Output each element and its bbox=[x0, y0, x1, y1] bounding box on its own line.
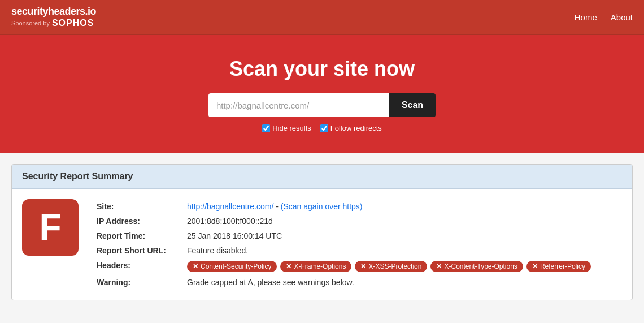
table-row: Report Short URL: Feature disabled. bbox=[92, 243, 622, 258]
headers-label: Headers: bbox=[92, 258, 182, 275]
table-row: Report Time: 25 Jan 2018 16:00:14 UTC bbox=[92, 229, 622, 243]
x-icon: ✕ bbox=[532, 262, 538, 270]
report-table: Site: http://bagnallcentre.com/ - (Scan … bbox=[92, 199, 622, 290]
report-time-value: 25 Jan 2018 16:00:14 UTC bbox=[182, 229, 622, 243]
brand-title: securityheaders.io bbox=[11, 6, 96, 18]
table-row: Warning: Grade capped at A, please see w… bbox=[92, 275, 622, 290]
hero-title: Scan your site now bbox=[11, 57, 633, 81]
brand: securityheaders.io Sponsored by SOPHOS bbox=[11, 6, 96, 28]
table-row: Headers: ✕Content-Security-Policy✕X-Fram… bbox=[92, 258, 622, 275]
nav-about[interactable]: About bbox=[611, 12, 633, 22]
table-row: Site: http://bagnallcentre.com/ - (Scan … bbox=[92, 199, 622, 214]
sponsor-name: SOPHOS bbox=[52, 18, 94, 28]
header-tag: ✕Content-Security-Policy bbox=[187, 261, 277, 272]
hide-results-text: Hide results bbox=[272, 124, 311, 132]
scan-options: Hide results Follow redirects bbox=[11, 124, 633, 132]
follow-redirects-checkbox[interactable] bbox=[320, 124, 328, 132]
site-url-link[interactable]: http://bagnallcentre.com/ bbox=[187, 202, 273, 211]
site-rescan-link[interactable]: (Scan again over https) bbox=[281, 202, 363, 211]
x-icon: ✕ bbox=[193, 262, 198, 270]
x-icon: ✕ bbox=[360, 262, 366, 270]
main-content: Security Report Summary F Site: http://b… bbox=[0, 153, 644, 321]
nav-links: Home About bbox=[575, 12, 633, 22]
ip-label: IP Address: bbox=[92, 214, 182, 229]
headers-value: ✕Content-Security-Policy✕X-Frame-Options… bbox=[182, 258, 622, 275]
header-tag: ✕X-Frame-Options bbox=[280, 261, 351, 272]
scan-button[interactable]: Scan bbox=[389, 93, 436, 117]
ip-value: 2001:8d8:100f:f000::21d bbox=[182, 214, 622, 229]
header-tag: ✕X-XSS-Protection bbox=[355, 261, 427, 272]
follow-redirects-text: Follow redirects bbox=[330, 124, 382, 132]
navbar: securityheaders.io Sponsored by SOPHOS H… bbox=[0, 0, 644, 35]
hero-section: Scan your site now Scan Hide results Fol… bbox=[0, 35, 644, 153]
x-icon: ✕ bbox=[436, 262, 442, 270]
hide-results-checkbox[interactable] bbox=[262, 124, 270, 132]
x-icon: ✕ bbox=[286, 262, 291, 270]
nav-home[interactable]: Home bbox=[575, 12, 597, 22]
grade-badge: F bbox=[22, 199, 79, 256]
header-tag: ✕X-Content-Type-Options bbox=[430, 261, 523, 272]
site-value: http://bagnallcentre.com/ - (Scan again … bbox=[182, 199, 622, 214]
sponsor-prefix: Sponsored by bbox=[11, 20, 50, 27]
scan-form: Scan bbox=[11, 93, 633, 117]
short-url-value: Feature disabled. bbox=[182, 243, 622, 258]
short-url-label: Report Short URL: bbox=[92, 243, 182, 258]
warning-label: Warning: bbox=[92, 275, 182, 290]
report-card: Security Report Summary F Site: http://b… bbox=[11, 164, 633, 300]
warning-value: Grade capped at A, please see warnings b… bbox=[182, 275, 622, 290]
report-card-header: Security Report Summary bbox=[12, 165, 632, 189]
report-details: Site: http://bagnallcentre.com/ - (Scan … bbox=[92, 199, 622, 290]
header-tag: ✕Referrer-Policy bbox=[526, 261, 591, 272]
report-time-label: Report Time: bbox=[92, 229, 182, 243]
site-label: Site: bbox=[92, 199, 182, 214]
headers-tags: ✕Content-Security-Policy✕X-Frame-Options… bbox=[187, 261, 617, 272]
follow-redirects-label[interactable]: Follow redirects bbox=[320, 124, 382, 132]
brand-sponsor: Sponsored by SOPHOS bbox=[11, 18, 96, 28]
hide-results-label[interactable]: Hide results bbox=[262, 124, 311, 132]
report-card-body: F Site: http://bagnallcentre.com/ - (Sca… bbox=[12, 189, 632, 300]
table-row: IP Address: 2001:8d8:100f:f000::21d bbox=[92, 214, 622, 229]
url-input[interactable] bbox=[208, 93, 389, 117]
